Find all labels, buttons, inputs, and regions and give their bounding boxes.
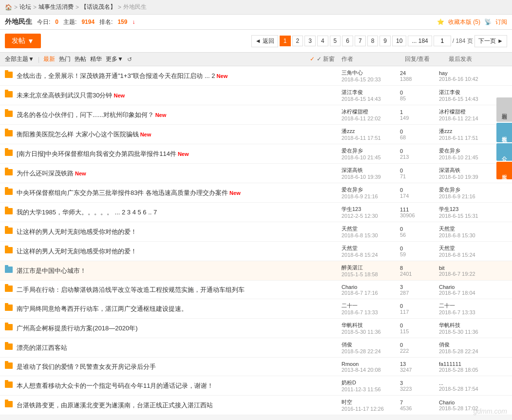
last-poster-name[interactable]: 天然堂	[439, 245, 507, 252]
last-poster-name[interactable]: 俏俊	[439, 341, 507, 348]
sidebar-back-btn[interactable]: 返回列表	[496, 97, 512, 122]
page-2-btn[interactable]: 2	[292, 36, 303, 46]
page-10-btn[interactable]: 10	[392, 36, 406, 46]
author-name[interactable]: 醉美湛江	[341, 264, 400, 271]
last-post-date: 2018-6-8 15:24	[439, 252, 507, 258]
author-name[interactable]: 爱在异乡	[341, 147, 400, 154]
author-name[interactable]: Chario	[341, 284, 400, 290]
last-poster-name[interactable]: 学生123	[439, 206, 507, 213]
thread-title-link[interactable]: 是谁动了我们的爱情？民警查女友开房记录后分手	[17, 363, 156, 370]
page-9-btn[interactable]: 9	[379, 36, 391, 46]
thread-reply: 0213	[400, 148, 439, 160]
page-8-btn[interactable]: 8	[367, 36, 379, 46]
page-4-btn[interactable]: 4	[317, 36, 328, 46]
more-btn[interactable]: 更多▼	[106, 55, 123, 63]
sidebar-find-service-btn[interactable]: 找客服	[496, 123, 512, 142]
thread-folder-icon	[5, 228, 14, 236]
author-name[interactable]: 二十一	[341, 302, 400, 309]
sidebar-public-btn[interactable]: 公众	[496, 143, 512, 161]
hot-btn[interactable]: 热门	[59, 55, 71, 63]
last-poster-name[interactable]: Chario	[439, 284, 507, 290]
author-date: 2018-6-10 21:45	[341, 154, 400, 160]
author-name[interactable]: 华帆科技	[341, 322, 400, 329]
reply-count: 0	[400, 226, 439, 232]
thread-title-link[interactable]: 广州高企树标提质行动方案(2018—2020年)	[17, 325, 138, 332]
author-name[interactable]: 三角中心	[341, 69, 400, 76]
thread-title-link[interactable]: 漂亮的湛江西客站	[17, 344, 67, 351]
collect-btn[interactable]: 收藏本版(5)	[448, 18, 480, 26]
author-name[interactable]: 天然堂	[341, 225, 400, 232]
author-name[interactable]: 学生123	[341, 206, 400, 213]
last-poster-name[interactable]: Chario	[439, 400, 507, 405]
last-poster-name[interactable]: 天然堂	[439, 225, 507, 232]
breadcrumb-category[interactable]: 城事生活消费	[38, 3, 74, 11]
thread-author: 爱在异乡2018-6-9 21:16	[341, 186, 400, 199]
all-topics-btn[interactable]: 全部主题▼	[5, 55, 34, 63]
author-name[interactable]: 奶粉D	[341, 379, 400, 386]
page-6-btn[interactable]: 6	[342, 36, 353, 46]
last-poster-name[interactable]: 爱在异乡	[439, 186, 507, 193]
page-ellipsis[interactable]: ... 184	[408, 36, 432, 46]
new-window-check[interactable]: ✓ ✓ 新窗	[310, 55, 335, 63]
thread-folder-icon	[5, 169, 14, 178]
page-5-btn[interactable]: 5	[330, 36, 341, 46]
page-1-btn[interactable]: 1	[280, 36, 291, 46]
last-poster-name[interactable]: hay	[439, 70, 507, 76]
thread-reply: 071	[400, 168, 439, 179]
thread-row: 是谁动了我们的爱情？民警查女友开房记录后分手Rmoon2013-8-14 20:…	[0, 358, 512, 376]
last-poster-name[interactable]: bit	[439, 265, 507, 271]
thread-title-link[interactable]: 未来北京坐高铁到武汉只需30分钟	[17, 92, 112, 99]
last-poster-name[interactable]: 华帆科技	[439, 322, 507, 329]
author-name[interactable]: 爱在异乡	[341, 186, 400, 193]
thread-title-link[interactable]: [南方日报]中央环保督察组向我省交办第四批举报件114件	[17, 150, 176, 157]
home-icon[interactable]: 🏠	[5, 4, 12, 11]
last-poster-name[interactable]: fa111111	[439, 361, 507, 367]
author-name[interactable]: 俏俊	[341, 341, 400, 348]
thread-title-link[interactable]: 衡阳雅美医院怎么样 大家小心这个医院骗钱	[17, 131, 139, 138]
thread-title-link[interactable]: 让这样的男人无时无刻地感受你对他的爱！	[17, 228, 137, 235]
author-date: 2011-12-3 11:56	[341, 386, 400, 392]
hot2-btn[interactable]: 热帖	[75, 55, 86, 63]
breadcrumb-forum[interactable]: 论坛	[19, 3, 31, 11]
page-input[interactable]	[434, 36, 451, 46]
thread-title-link[interactable]: 为什么还叫深茂铁路	[17, 170, 74, 177]
thread-title-link[interactable]: 台湛铁路变更，由原遂溪北变更为遂溪南，台湛正线正式接入湛江西站	[17, 401, 213, 409]
elite-btn[interactable]: 精华	[90, 55, 102, 63]
breadcrumb-subforum[interactable]: 【话说茂名】	[81, 3, 116, 11]
thread-reply: 1149	[400, 109, 439, 121]
back-btn[interactable]: ◄ 返回	[251, 35, 278, 47]
thread-title-link[interactable]: 全线出击，全景展示！深茂铁路开通"1+3"联合报道今天在阳江启动 ... 2	[17, 72, 215, 79]
last-poster-name[interactable]: 湛江李俊	[439, 89, 507, 96]
next-page-btn[interactable]: 下一页 ►	[474, 35, 507, 47]
author-name[interactable]: 潘zzz	[341, 128, 400, 135]
author-date: 2018-6-15 14:43	[341, 96, 400, 102]
last-poster-name[interactable]: 二十一	[439, 302, 507, 309]
reply-count: 3	[400, 284, 439, 290]
refresh-icon[interactable]: ↺	[127, 56, 132, 63]
thread-reply: 33223	[400, 380, 439, 392]
thread-title-link[interactable]: 二手局在行动：启动黎湛铁路沿线平改立等改造工程按规范实施，开通动车组列车	[17, 286, 245, 293]
latest-btn[interactable]: 最新	[43, 55, 55, 63]
page-3-btn[interactable]: 3	[304, 36, 316, 46]
thread-title-link[interactable]: 中央环保督察组向广东交办第三批举报件83件 各地迅速高质量办理交办案件	[17, 189, 228, 196]
thread-title-cell: 衡阳雅美医院怎么样 大家小心这个医院骗钱New	[17, 130, 341, 139]
author-name[interactable]: 时空	[341, 399, 400, 406]
thread-title-link[interactable]: 让这样的男人无时无刻地感受你对他的爱！	[17, 248, 137, 255]
sidebar-service-btn[interactable]: 客服	[496, 162, 512, 179]
author-name[interactable]: 冰柠檬甜橙	[341, 108, 400, 115]
page-7-btn[interactable]: 7	[355, 36, 366, 46]
last-poster-name[interactable]: ...	[439, 380, 507, 386]
author-name[interactable]: 深湛高铁	[341, 167, 400, 174]
thread-title-link[interactable]: 茂名的各位小伙伴们，问下......对杭州印象如何？	[17, 111, 154, 118]
thread-author: 华帆科技2018-5-30 11:36	[341, 322, 400, 335]
thread-title-link[interactable]: 本人想查看移动大众卡的一个指定号码在今年11月的通话记录，谢谢！	[17, 382, 213, 389]
thread-title-link[interactable]: 我的大学1985，华师大。。。。。 ... 2 3 4 5 6 .. 7	[17, 209, 157, 216]
author-name[interactable]: 天然堂	[341, 245, 400, 252]
author-name[interactable]: Rmoon	[341, 361, 400, 367]
reply-count: 7	[400, 400, 439, 405]
post-button[interactable]: 发帖 ▼	[5, 34, 41, 48]
author-name[interactable]: 湛江李俊	[341, 89, 400, 96]
subscribe-btn[interactable]: 订阅	[495, 18, 507, 26]
thread-title-link[interactable]: 南宁局终同意给粤西开行动车，湛江两广交通枢纽建设提速。	[17, 305, 188, 312]
thread-title-link[interactable]: 湛江市是中国中心城市！	[17, 267, 86, 274]
